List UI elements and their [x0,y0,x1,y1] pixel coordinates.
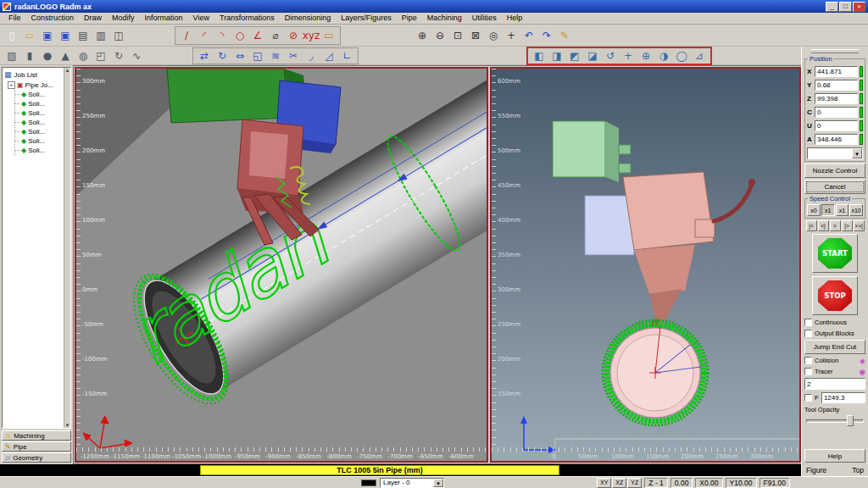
plane-button[interactable]: XY [597,478,611,488]
plot-icon[interactable]: ◫ [110,28,127,43]
job-tree-item[interactable]: ◆ Soli... [15,90,70,99]
fillet-icon[interactable]: ◞ [303,49,320,63]
viewport-3d-front-canvas[interactable] [492,69,799,461]
tab-geometry[interactable]: ▱ Geometry [2,452,71,463]
menu-item[interactable]: Layers/Figures [336,13,397,24]
job-tree-item[interactable]: ◆ Soli... [15,118,70,127]
nav-button[interactable]: |< [806,220,817,231]
save-all-icon[interactable]: ▣ [57,28,74,43]
checkbox-box[interactable] [804,330,812,337]
solid-box-icon[interactable]: ▧ [3,49,20,63]
viewport-3d-iso-canvas[interactable]: radan [76,69,487,461]
minimize-button[interactable]: _ [826,2,838,12]
menu-item[interactable]: Dimensioning [280,13,337,24]
job-list-header[interactable]: ▦ Job List [4,69,70,80]
zoom-extents-icon[interactable]: ⊠ [467,28,484,43]
checkbox-box[interactable] [804,357,812,364]
maximize-button[interactable]: □ [839,2,852,12]
job-tree-item[interactable]: ◆ Soli... [15,99,70,108]
menu-item[interactable]: Information [140,13,188,24]
tool-opacity-slider[interactable] [806,415,864,426]
job-tree-item[interactable]: ◆ Soli... [15,136,70,146]
speed-button[interactable]: x10 [849,204,863,216]
menu-item[interactable]: Help [502,13,528,24]
zoom-in-icon[interactable]: ⊕ [414,28,431,43]
line-tool-icon[interactable]: / [178,28,195,43]
open-folder-icon[interactable]: ▱ [21,28,38,43]
print-icon[interactable]: ▤ [75,28,92,43]
chevron-down-icon[interactable]: ▾ [852,148,862,158]
plane-button[interactable]: YZ [627,478,642,488]
help-button[interactable]: Help [804,449,865,463]
zoom-out-icon[interactable]: ⊖ [431,28,448,43]
chamfer-icon[interactable]: ◿ [320,49,337,63]
speed-button[interactable]: x1 [821,204,835,216]
close-button[interactable]: × [853,2,865,12]
angle-tool-icon[interactable]: ∠ [249,28,266,43]
panel-grip[interactable] [811,49,859,53]
zoom-window-icon[interactable]: ⊡ [449,28,466,43]
view-axes-icon[interactable]: ⊿ [691,49,708,63]
speed-button[interactable]: x1 [836,204,849,216]
view-zoom-icon[interactable]: ⊕ [637,49,654,63]
title-bar[interactable]: radanLOGO Radm ax _ □ × [0,0,868,13]
nav-button[interactable]: |> [842,220,853,231]
arc-start-tool-icon[interactable]: ◜ [196,28,213,43]
move-icon[interactable]: ⇄ [196,49,213,63]
job-tree-item[interactable]: ◆ Soli... [15,108,70,118]
menu-item[interactable]: View [188,13,214,24]
tree-scrollbar[interactable]: ▲▼ [64,68,70,428]
tab-machining[interactable]: ⚠ Machining [2,430,71,441]
cancel-button[interactable]: Cancel [804,180,865,194]
continuous-checkbox[interactable]: Continuous [804,318,865,327]
layer-selector[interactable]: Layer - 0 ▾ [380,478,444,488]
slider-track[interactable] [806,419,864,423]
sweep-icon[interactable]: ∿ [128,49,145,63]
menu-item[interactable]: Pipe [397,13,422,24]
menu-item[interactable]: Draw [79,13,107,24]
start-button[interactable]: START [812,234,858,273]
checkbox-box[interactable] [804,319,812,326]
redo-icon[interactable]: ↷ [538,28,555,43]
position-preset-combo[interactable]: ▾ [807,147,863,159]
solid-sphere-icon[interactable]: ● [39,49,56,63]
nav-button[interactable]: >>| [854,220,865,231]
view-wireframe-icon[interactable]: ◯ [673,49,690,63]
sketch-icon[interactable]: ✎ [556,28,573,43]
menu-item[interactable]: File [3,13,26,24]
viewport-3d-iso[interactable]: radan [75,67,488,463]
solid-cylinder-icon[interactable]: ▮ [21,49,38,63]
jump-end-cut-button[interactable]: Jump End Cut [804,340,865,354]
circle-tool-icon[interactable]: ○ [231,28,248,43]
save-icon[interactable]: ▣ [39,28,56,43]
mirror-icon[interactable]: ⇔ [231,49,248,63]
nav-button[interactable]: <| [818,220,829,231]
tab-pipe[interactable]: ✎ Pipe [2,441,71,452]
revolve-icon[interactable]: ↻ [110,49,127,63]
undo-icon[interactable]: ↶ [520,28,537,43]
menu-item[interactable]: Utilities [467,13,502,24]
nozzle-control-button[interactable]: Nozzle Control [804,164,865,178]
arc-end-tool-icon[interactable]: ◝ [214,28,231,43]
new-file-icon[interactable]: ▯ [3,28,20,43]
xyz-coords-icon[interactable]: xyz [303,28,320,43]
output-blocks-checkbox[interactable]: Output Blocks [804,329,865,338]
tracer-checkbox[interactable]: Tracer ◉ [804,367,865,376]
print-preview-icon[interactable]: ▥ [92,28,109,43]
view-top-icon[interactable]: ◩ [566,49,583,63]
zoom-previous-icon[interactable]: ◎ [485,28,502,43]
plane-button[interactable]: XZ [612,478,626,488]
scale-icon[interactable]: ◱ [249,49,266,63]
view-rotate-icon[interactable]: ↺ [602,49,619,63]
job-tree-root[interactable]: − ▣ Pipe Jo... [8,80,70,90]
viewport-3d-front[interactable]: 600mm550mm500mm450mm400mm350mm300mm250mm… [490,67,801,463]
view-pan-icon[interactable]: + [620,49,637,63]
pan-icon[interactable]: + [503,28,520,43]
offset-icon[interactable]: ≋ [267,49,284,63]
job-tree-item[interactable]: ◆ Soli... [15,127,70,136]
collision-checkbox[interactable]: Collision ◈ [804,356,865,365]
slider-thumb[interactable] [847,415,854,426]
view-side-icon[interactable]: ◪ [584,49,601,63]
view-shade-icon[interactable]: ◑ [655,49,672,63]
no-entry-icon[interactable]: ⊘ [285,28,302,43]
